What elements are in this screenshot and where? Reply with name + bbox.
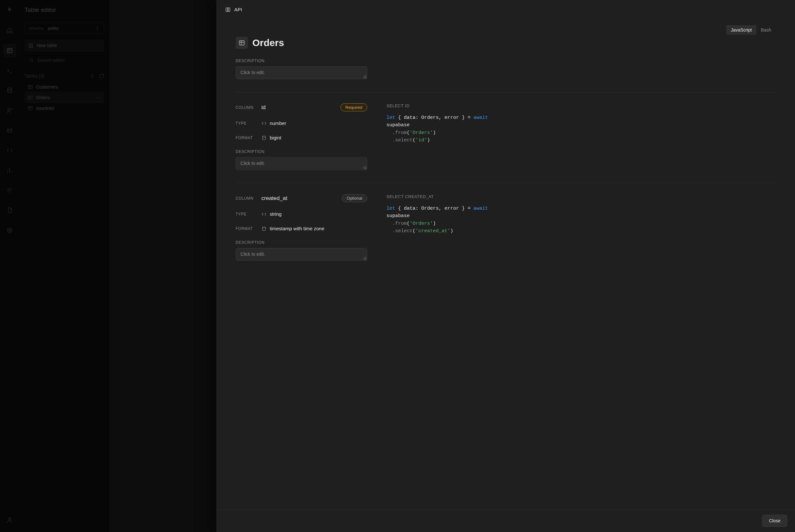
- panel-header-label: API: [234, 7, 242, 12]
- column-label: COLUMN: [236, 105, 261, 110]
- panel-table-name: Orders: [252, 37, 284, 48]
- code-icon: [261, 121, 267, 126]
- code-snippet[interactable]: let { data: Orders, error } = await supa…: [386, 205, 776, 235]
- database-icon: [261, 135, 267, 140]
- divider: [236, 92, 776, 92]
- language-tabs: JavaScript Bash: [236, 25, 776, 35]
- code-snippet[interactable]: let { data: Orders, error } = await supa…: [386, 114, 776, 144]
- col-description-label: DESCRIPTION: [236, 149, 367, 154]
- required-badge: Required: [340, 103, 367, 111]
- tab-bash[interactable]: Bash: [756, 25, 776, 35]
- type-value: string: [270, 211, 282, 217]
- code-title: SELECT ID: [386, 103, 776, 108]
- type-label: TYPE: [236, 121, 261, 126]
- svg-point-14: [263, 136, 265, 137]
- format-label: FORMAT: [236, 136, 261, 140]
- book-icon: [225, 6, 231, 12]
- code-title: SELECT CREATED_AT: [386, 194, 776, 199]
- column-name: created_at: [261, 195, 287, 202]
- code-icon: [261, 212, 267, 217]
- table-description-input[interactable]: Click to edit.: [236, 66, 367, 79]
- type-label: TYPE: [236, 212, 261, 216]
- column-description-input[interactable]: Click to edit.: [236, 157, 367, 170]
- close-button[interactable]: Close: [762, 515, 787, 527]
- column-name: id: [261, 104, 266, 111]
- svg-point-15: [263, 227, 265, 228]
- optional-badge: Optional: [342, 194, 367, 202]
- database-icon: [261, 226, 267, 231]
- panel-header: API: [216, 0, 795, 19]
- format-value: timestamp with time zone: [270, 226, 324, 231]
- svg-rect-13: [239, 41, 244, 45]
- api-panel: API JavaScript Bash Orders DESCRIPTION C…: [216, 0, 795, 532]
- divider: [236, 183, 776, 183]
- col-description-label: DESCRIPTION: [236, 240, 367, 245]
- tab-javascript[interactable]: JavaScript: [726, 25, 756, 35]
- format-label: FORMAT: [236, 226, 261, 231]
- column-description-input[interactable]: Click to edit.: [236, 248, 367, 261]
- description-label: DESCRIPTION: [236, 59, 776, 63]
- table-icon: [236, 37, 248, 49]
- column-label: COLUMN: [236, 196, 261, 201]
- type-value: number: [270, 120, 286, 126]
- format-value: bigint: [270, 135, 282, 140]
